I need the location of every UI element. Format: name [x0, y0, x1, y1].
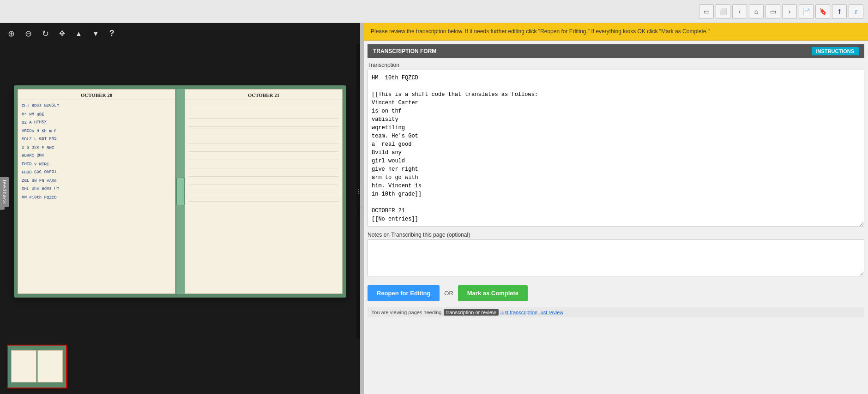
thumb-inner: [8, 346, 66, 388]
next-button[interactable]: ›: [782, 4, 797, 19]
resize-icon: ⋮: [356, 188, 360, 195]
notes-textarea[interactable]: [368, 239, 864, 276]
reopen-button[interactable]: Reopen for Editing: [368, 285, 440, 301]
right-panel: Please review the transcription below. I…: [364, 23, 868, 394]
rotate-icon[interactable]: ↻: [41, 28, 50, 40]
facebook-button[interactable]: f: [832, 4, 847, 19]
status-option-transcription[interactable]: just transcription: [500, 310, 537, 315]
transcription-textarea[interactable]: HM 10th FQZCD [[This is a shift code tha…: [368, 70, 864, 227]
status-text: You are viewing pages needing: [371, 310, 442, 315]
pdf-button[interactable]: 📄: [799, 4, 814, 19]
right-page-header: OCTOBER 21: [185, 90, 342, 100]
status-active-option[interactable]: transcription or review: [444, 309, 499, 316]
flip-icon[interactable]: ▼: [91, 29, 100, 38]
thumb-mini-page-right: [37, 350, 63, 382]
fullscreen-icon[interactable]: ✥: [58, 28, 66, 39]
screen-button[interactable]: ▭: [699, 4, 714, 19]
mark-complete-button[interactable]: Mark as Complete: [458, 285, 528, 301]
left-page-lines: Chm BDms B20SLm Hr WM gBE 02 A HTHSX VRC…: [18, 100, 175, 203]
fit-page-icon[interactable]: ▲: [74, 29, 83, 38]
top-toolbar: ▭ ⬜ ‹ ⌂ ▭ › 📄 🔖 f 𝕣: [0, 0, 868, 23]
zoom-out-icon[interactable]: ⊖: [24, 28, 33, 40]
transcription-form-title: TRANSCRIPTION FORM: [373, 48, 436, 54]
handwriting-line: Chm BDms B20SLm: [22, 99, 171, 110]
action-row: Reopen for Editing OR Mark as Complete: [368, 281, 864, 303]
page-separator: [176, 89, 185, 294]
thumbnail-item-active[interactable]: [7, 345, 67, 388]
notes-label: Notes on Transcribing this page (optiona…: [368, 232, 864, 238]
notebook-left-page: OCTOBER 20 Chm BDms B20SLm Hr WM gBE 02 …: [18, 89, 175, 294]
status-option-review[interactable]: just review: [539, 310, 563, 315]
handwriting-line: HM #10th FQZCD: [22, 193, 171, 203]
prev-button[interactable]: ‹: [732, 4, 747, 19]
notebook-image: OCTOBER 20 Chm BDms B20SLm Hr WM gBE 02 …: [14, 85, 346, 298]
left-page-header: OCTOBER 20: [18, 90, 175, 100]
help-icon[interactable]: ?: [108, 28, 115, 39]
notebook-right-page: OCTOBER 21: [185, 89, 343, 294]
bookmark-button[interactable]: 🔖: [815, 4, 830, 19]
tab-clip: [176, 178, 185, 205]
image-toolbar: ⊕ ⊖ ↻ ✥ ▲ ▼ ?: [0, 23, 360, 44]
image-panel: ⊕ ⊖ ↻ ✥ ▲ ▼ ? OCTOBER 20 Chm BDms B20SLm…: [0, 23, 360, 394]
main-layout: ⊕ ⊖ ↻ ✥ ▲ ▼ ? OCTOBER 20 Chm BDms B20SLm…: [0, 23, 868, 394]
split-button[interactable]: ⬜: [716, 4, 730, 19]
info-banner: Please review the transcription below. I…: [364, 23, 868, 41]
resize-handle[interactable]: ⋮: [356, 44, 360, 339]
form-area: Transcription HM 10th FQZCD [[This is a …: [364, 58, 868, 394]
feedback-side-tab[interactable]: feedback: [0, 177, 9, 207]
twitter-button[interactable]: 𝕣: [849, 4, 863, 19]
right-page-lines: [185, 100, 342, 203]
feedback-label: feedback: [2, 180, 7, 204]
thumbnail-strip: [0, 339, 360, 394]
thumb-mini-page-left: [11, 350, 36, 382]
panel-resize-handle[interactable]: ⋮: [360, 23, 364, 394]
status-bar: You are viewing pages needing transcript…: [368, 307, 864, 317]
image-container: OCTOBER 20 Chm BDms B20SLm Hr WM gBE 02 …: [0, 44, 360, 339]
transcription-form-header: TRANSCRIPTION FORM INSTRUCTIONS: [368, 44, 864, 58]
instructions-button[interactable]: INSTRUCTIONS: [812, 47, 859, 55]
notes-field: Notes on Transcribing this page (optiona…: [368, 232, 864, 278]
home-button[interactable]: ⌂: [749, 4, 764, 19]
transcription-field: Transcription HM 10th FQZCD [[This is a …: [368, 62, 864, 228]
expand-button[interactable]: ▭: [766, 4, 780, 19]
zoom-in-icon[interactable]: ⊕: [7, 28, 16, 40]
transcription-label: Transcription: [368, 62, 864, 68]
info-banner-text: Please review the transcription below. I…: [371, 28, 710, 35]
or-text: OR: [444, 290, 453, 297]
